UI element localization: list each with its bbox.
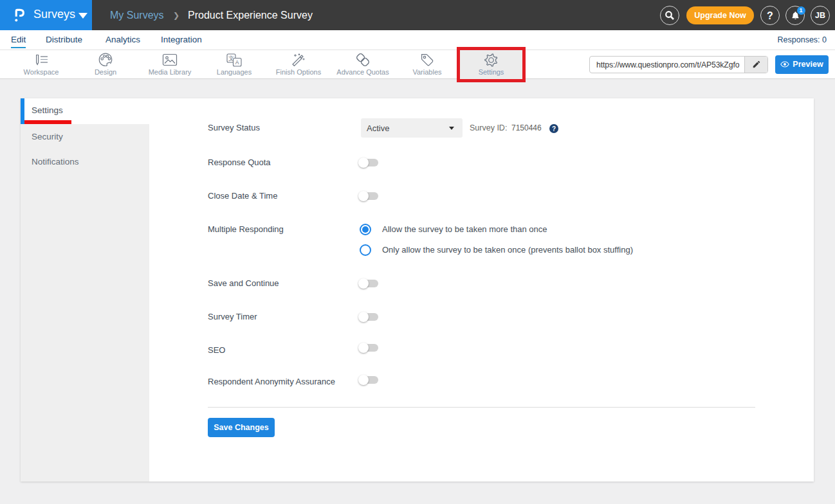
svg-text:A: A (235, 59, 239, 66)
svg-text:?: ? (552, 125, 556, 132)
